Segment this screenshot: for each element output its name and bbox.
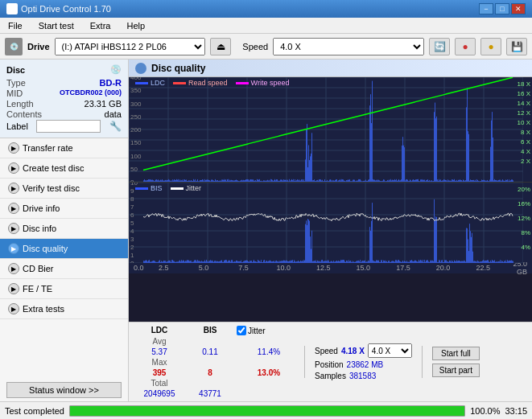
- sidebar-label-create-test-disc: Create test disc: [23, 163, 84, 173]
- sidebar-item-cd-bier[interactable]: ▶ CD Bier: [0, 259, 128, 279]
- cd-bier-icon: ▶: [8, 263, 19, 274]
- drive-label: Drive: [27, 42, 50, 51]
- speed-select[interactable]: 4.0 X: [273, 38, 424, 55]
- disc-button2[interactable]: ●: [480, 38, 501, 55]
- stats-grid: LDC BIS Jitter Avg 5.37 0.11 11.4% Max: [135, 326, 301, 398]
- position-value: 23862 MB: [347, 360, 384, 369]
- close-button[interactable]: ✕: [511, 3, 526, 14]
- label-label: Label: [6, 121, 28, 131]
- disc-quality-header: Disc quality: [129, 60, 532, 77]
- sidebar-label-cd-bier: CD Bier: [23, 264, 54, 273]
- sidebar-item-fe-te[interactable]: ▶ FE / TE: [0, 279, 128, 299]
- content-area: Disc quality LDC Read speed Write sp: [129, 60, 532, 401]
- ldc-col-header: LDC: [135, 326, 184, 335]
- menu-start-test[interactable]: Start test: [34, 19, 79, 32]
- stats-panel: LDC BIS Jitter Avg 5.37 0.11 11.4% Max: [129, 322, 532, 401]
- title-area: Opti Drive Control 1.70: [6, 3, 111, 14]
- ldc-legend: LDC: [135, 79, 165, 87]
- y-label-12pct: 12%: [518, 215, 530, 222]
- y-label-14x: 14 X: [518, 100, 530, 107]
- y-label-2x: 2 X: [521, 158, 530, 165]
- sidebar-label-extra-tests: Extra tests: [23, 304, 64, 314]
- max-jitter-value: 13.0%: [237, 368, 301, 377]
- x-label-5: 5.0: [184, 264, 224, 272]
- sidebar-item-verify-test-disc[interactable]: ▶ Verify test disc: [0, 179, 128, 199]
- sidebar-item-create-test-disc[interactable]: ▶ Create test disc: [0, 158, 128, 179]
- y-label-4pct: 4%: [521, 244, 530, 251]
- type-value: BD-R: [100, 78, 122, 88]
- jitter-checkbox[interactable]: [237, 326, 246, 335]
- speed-row: Speed 4.18 X 4.0 X: [315, 343, 412, 358]
- ldc-label: LDC: [151, 79, 165, 87]
- progress-pct: 100.0%: [470, 406, 500, 416]
- speed-stat-label: Speed: [315, 347, 338, 355]
- menu-help[interactable]: Help: [122, 19, 150, 32]
- eject-button[interactable]: ⏏: [210, 38, 231, 55]
- total-ldc-value: 2049695: [135, 389, 184, 398]
- y-label-18x: 18 X: [518, 80, 530, 88]
- y-label-16x: 16 X: [518, 90, 530, 97]
- status-window-button[interactable]: Status window >>: [6, 382, 122, 398]
- drivebar: 💿 Drive (I:) ATAPI iHBS112 2 PL06 ⏏ Spee…: [0, 34, 532, 60]
- stats-divider-2: [422, 346, 423, 378]
- position-row: Position 23862 MB: [315, 360, 412, 369]
- speed-stat-value: 4.18 X: [341, 347, 365, 355]
- avg-ldc-value: 5.37: [135, 347, 184, 356]
- y-label-8pct: 8%: [521, 229, 530, 236]
- disc-quality-header-icon: [135, 63, 146, 74]
- read-speed-legend: Read speed: [173, 79, 228, 87]
- disc-button[interactable]: ●: [455, 38, 476, 55]
- start-part-button[interactable]: Start part: [432, 364, 480, 377]
- sidebar-item-extra-tests[interactable]: ▶ Extra tests: [0, 299, 128, 319]
- minimize-button[interactable]: −: [479, 3, 493, 14]
- speed-stat-select[interactable]: 4.0 X: [368, 343, 412, 358]
- y-label-16pct: 16%: [518, 200, 530, 207]
- menu-file[interactable]: File: [3, 19, 27, 32]
- jitter-col-header: Jitter: [237, 326, 301, 335]
- bis-label: BIS: [151, 184, 163, 192]
- charts-area: LDC Read speed Write speed 18 X 16 X 14 …: [129, 77, 532, 322]
- avg-bis-value: 0.11: [190, 347, 230, 356]
- write-speed-color: [236, 82, 249, 84]
- window-controls: − □ ✕: [479, 3, 526, 14]
- create-test-disc-icon: ▶: [8, 162, 19, 174]
- app-title: Opti Drive Control 1.70: [21, 4, 111, 14]
- y-label-6x: 6 X: [521, 138, 530, 146]
- disc-info-icon: ▶: [8, 223, 19, 234]
- transfer-rate-icon: ▶: [8, 142, 19, 154]
- speed-label: Speed: [242, 42, 268, 51]
- maximize-button[interactable]: □: [495, 3, 509, 14]
- drive-icon: 💿: [5, 38, 23, 55]
- titlebar: Opti Drive Control 1.70 − □ ✕: [0, 0, 532, 18]
- fe-te-icon: ▶: [8, 283, 19, 294]
- sidebar-label-verify-test-disc: Verify test disc: [23, 183, 80, 193]
- action-buttons: Start full Start part: [432, 347, 480, 377]
- jitter-label: Jitter: [248, 327, 266, 335]
- x-label-17-5: 17.5: [383, 264, 423, 272]
- sidebar-item-drive-info[interactable]: ▶ Drive info: [0, 199, 128, 219]
- app-icon: [6, 3, 18, 14]
- mid-label: MID: [6, 88, 23, 98]
- drive-info-icon: ▶: [8, 203, 19, 214]
- x-label-2-5: 2.5: [144, 264, 184, 272]
- menu-extra[interactable]: Extra: [85, 19, 116, 32]
- position-label: Position: [315, 360, 344, 369]
- sidebar-label-disc-quality: Disc quality: [23, 244, 68, 253]
- drive-select[interactable]: (I:) ATAPI iHBS112 2 PL06: [55, 38, 206, 55]
- upper-chart: LDC Read speed Write speed 18 X 16 X 14 …: [129, 77, 532, 182]
- y-label-10x: 10 X: [518, 119, 530, 126]
- sidebar-item-disc-quality[interactable]: ▶ Disc quality: [0, 239, 128, 259]
- y-label-4x: 4 X: [521, 148, 530, 155]
- sidebar-item-disc-info[interactable]: ▶ Disc info: [0, 219, 128, 239]
- save-button[interactable]: 💾: [506, 38, 527, 55]
- start-full-button[interactable]: Start full: [432, 347, 480, 360]
- y-label-20pct: 20%: [518, 186, 530, 193]
- sidebar-label-disc-info: Disc info: [23, 224, 56, 233]
- disc-panel: Disc 💿 Type BD-R MID OTCBDR002 (000) Len…: [0, 60, 128, 138]
- label-input[interactable]: [36, 120, 101, 133]
- disc-quality-title: Disc quality: [151, 63, 205, 74]
- avg-jitter-value: 11.4%: [237, 347, 301, 356]
- refresh-button[interactable]: 🔄: [429, 38, 450, 55]
- sidebar-item-transfer-rate[interactable]: ▶ Transfer rate: [0, 138, 128, 158]
- sidebar-label-fe-te: FE / TE: [23, 284, 52, 294]
